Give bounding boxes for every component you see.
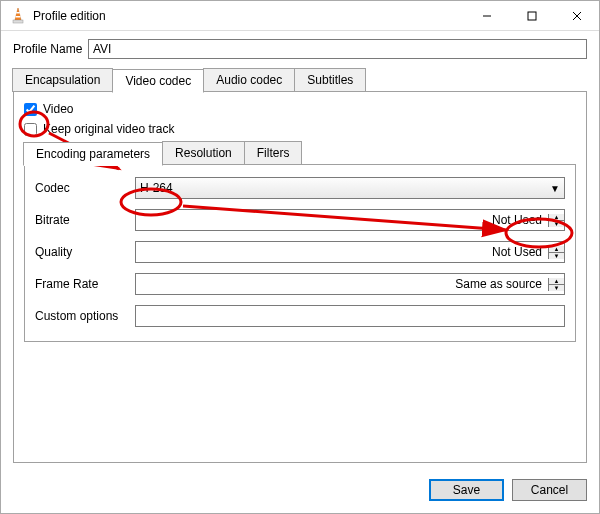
custom-options-label: Custom options [35,309,135,323]
bitrate-up-icon[interactable]: ▲ [549,214,564,221]
quality-up-icon[interactable]: ▲ [549,246,564,253]
framerate-label: Frame Rate [35,277,135,291]
minimize-button[interactable] [464,1,509,30]
framerate-up-icon[interactable]: ▲ [549,278,564,285]
chevron-down-icon: ▼ [550,183,560,194]
inner-tab-resolution[interactable]: Resolution [162,141,245,165]
inner-tab-filters[interactable]: Filters [244,141,303,165]
profile-edition-window: Profile edition Profile Name Encapsulati… [0,0,600,514]
framerate-value: Same as source [136,277,548,291]
vlc-cone-icon [9,7,27,25]
maximize-button[interactable] [509,1,554,30]
keep-original-checkbox[interactable] [24,123,37,136]
video-checkbox[interactable] [24,103,37,116]
codec-combo[interactable]: H-264 ▼ [135,177,565,199]
svg-rect-3 [16,16,21,18]
svg-rect-5 [528,12,536,20]
inner-tab-encoding[interactable]: Encoding parameters [23,142,163,166]
bitrate-spinner[interactable]: Not Used ▲▼ [135,209,565,231]
profile-name-input[interactable] [88,39,587,59]
custom-options-input[interactable] [135,305,565,327]
cancel-button[interactable]: Cancel [512,479,587,501]
svg-rect-1 [13,20,23,23]
svg-rect-2 [16,12,20,14]
bitrate-down-icon[interactable]: ▼ [549,221,564,227]
svg-marker-0 [15,8,21,20]
bitrate-label: Bitrate [35,213,135,227]
framerate-down-icon[interactable]: ▼ [549,285,564,291]
quality-value: Not Used [136,245,548,259]
tab-audio-codec[interactable]: Audio codec [203,68,295,92]
titlebar: Profile edition [1,1,599,31]
video-checkbox-label: Video [43,102,73,116]
keep-original-label: Keep original video track [43,122,174,136]
quality-label: Quality [35,245,135,259]
framerate-spinner[interactable]: Same as source ▲▼ [135,273,565,295]
save-button[interactable]: Save [429,479,504,501]
quality-down-icon[interactable]: ▼ [549,253,564,259]
profile-name-label: Profile Name [13,42,88,56]
window-title: Profile edition [33,9,106,23]
codec-label: Codec [35,181,135,195]
close-button[interactable] [554,1,599,30]
tab-encapsulation[interactable]: Encapsulation [12,68,113,92]
tab-video-codec[interactable]: Video codec [112,69,204,93]
bitrate-value: Not Used [136,213,548,227]
tab-subtitles[interactable]: Subtitles [294,68,366,92]
codec-value: H-264 [140,181,173,195]
quality-spinner[interactable]: Not Used ▲▼ [135,241,565,263]
